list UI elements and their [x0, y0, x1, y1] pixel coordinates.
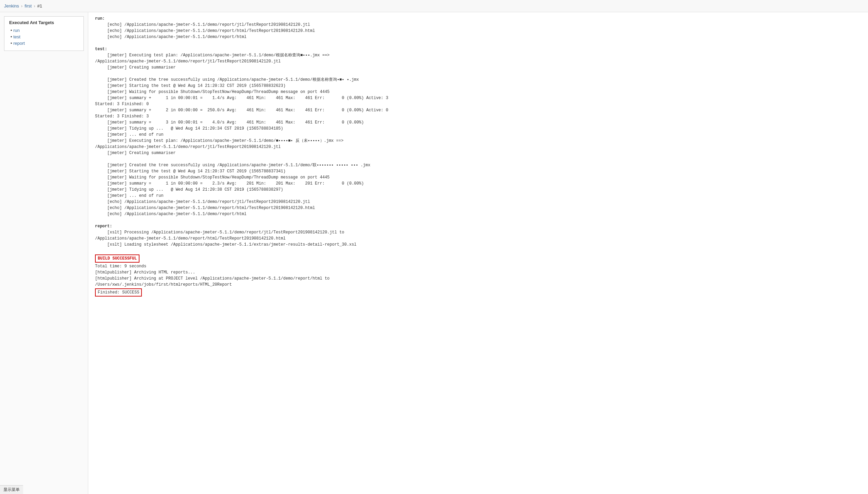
breadcrumb-jenkins[interactable]: Jenkins — [4, 3, 19, 8]
sidebar-box-title: Executed Ant Targets — [9, 20, 79, 25]
breadcrumb-first[interactable]: first — [24, 3, 32, 8]
breadcrumb-sep-1: › — [21, 3, 22, 8]
breadcrumb-sep-2: › — [34, 3, 35, 8]
console-text-block: run: [echo] /Applications/apache-jmeter-… — [95, 16, 861, 297]
list-item-report: report — [11, 41, 79, 46]
finished-success-badge: Finished: SUCCESS — [95, 288, 142, 297]
sidebar: Executed Ant Targets run test report — [0, 12, 88, 494]
list-item-run: run — [11, 28, 79, 33]
ant-targets-list: run test report — [9, 28, 79, 46]
breadcrumb-build: #1 — [37, 3, 42, 8]
build-success-badge: BUILD SUCCESSFUL — [95, 254, 139, 263]
breadcrumb: Jenkins › first › #1 — [0, 0, 868, 12]
executed-ant-targets-box: Executed Ant Targets run test report — [4, 16, 84, 51]
console-output: run: [echo] /Applications/apache-jmeter-… — [88, 12, 868, 494]
show-menu-button[interactable]: 显示菜单 — [0, 485, 23, 494]
list-item-test: test — [11, 34, 79, 39]
link-run[interactable]: run — [13, 28, 20, 33]
link-report[interactable]: report — [13, 41, 25, 46]
link-test[interactable]: test — [13, 34, 20, 39]
